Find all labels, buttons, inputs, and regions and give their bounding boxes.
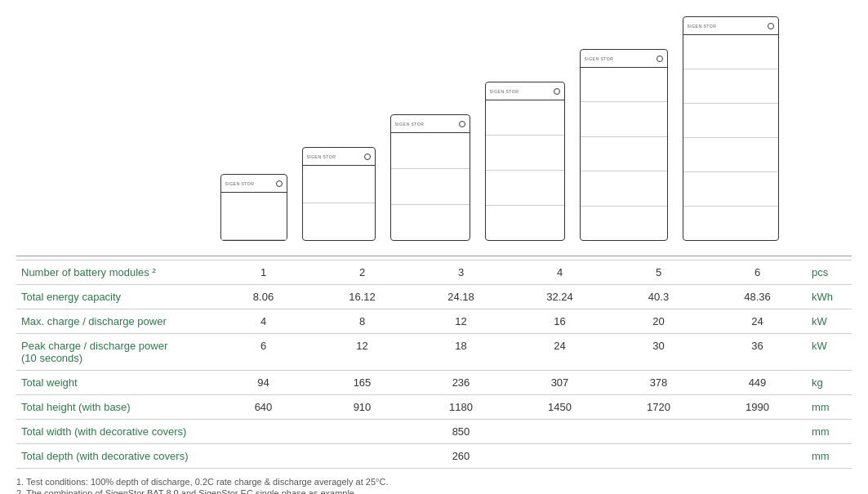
- cell-value: [313, 444, 412, 469]
- cell-value: 8.06: [214, 285, 313, 309]
- cell-value: 378: [609, 371, 708, 395]
- table-row: Max. charge / discharge power4812162024k…: [16, 309, 852, 334]
- cell-value: 18: [412, 334, 510, 371]
- battery-5: SIGEN·STOR: [580, 49, 668, 241]
- table-row: Peak charge / discharge power(10 seconds…: [16, 334, 852, 371]
- cell-value: 4: [214, 309, 313, 334]
- cell-value: 850: [412, 420, 510, 444]
- battery-indicator: [459, 121, 465, 127]
- cell-value: 236: [412, 371, 510, 395]
- cell-value: 910: [313, 395, 412, 420]
- battery-indicator: [554, 88, 560, 95]
- battery-4: SIGEN·STOR: [485, 82, 565, 241]
- cell-value: 4: [510, 260, 609, 285]
- row-unit: kW: [807, 334, 852, 371]
- battery-logo: SIGEN·STOR: [307, 154, 336, 159]
- battery-indicator: [657, 56, 663, 62]
- footnotes: 1. Test conditions: 100% depth of discha…: [16, 477, 852, 494]
- table-row: Number of battery modules ²123456pcs: [16, 260, 852, 285]
- battery-6: SIGEN·STOR: [683, 16, 779, 241]
- battery-logo: SIGEN·STOR: [395, 122, 425, 127]
- cell-value: 12: [313, 334, 412, 371]
- battery-2: SIGEN·STOR: [302, 147, 376, 241]
- cell-value: 260: [412, 444, 510, 469]
- cell-value: 6: [708, 260, 807, 285]
- battery-1: SIGEN·STOR: [220, 174, 287, 241]
- section-divider: [16, 256, 852, 256]
- cell-value: 32.24: [510, 285, 609, 309]
- row-unit: kg: [807, 371, 852, 395]
- row-unit: kW: [807, 309, 852, 334]
- row-label: Total weight: [16, 371, 214, 395]
- cell-value: 2: [313, 260, 412, 285]
- cell-value: 48.36: [708, 285, 807, 309]
- battery-3: SIGEN·STOR: [390, 114, 470, 241]
- row-label: Total height (with base): [16, 395, 214, 420]
- table-row: Total energy capacity8.0616.1224.1832.24…: [16, 285, 852, 309]
- table-row: Total width (with decorative covers)850m…: [16, 420, 852, 444]
- cell-value: [708, 420, 807, 444]
- cell-value: [214, 420, 313, 444]
- row-unit: mm: [807, 395, 852, 420]
- cell-value: [609, 444, 708, 469]
- cell-value: 16.12: [313, 285, 412, 309]
- cell-value: 640: [214, 395, 313, 420]
- footnote-2: 2. The combination of SigenStor BAT 8.0 …: [16, 488, 852, 494]
- cell-value: 94: [214, 371, 313, 395]
- cell-value: 20: [609, 309, 708, 334]
- cell-value: 36: [708, 334, 807, 371]
- cell-value: 1720: [609, 395, 708, 420]
- cell-value: 30: [609, 334, 708, 371]
- specs-table: Number of battery modules ²123456pcsTota…: [16, 260, 852, 469]
- cell-value: 307: [510, 371, 609, 395]
- row-label: Max. charge / discharge power: [16, 309, 214, 334]
- footnote-1: 1. Test conditions: 100% depth of discha…: [16, 477, 852, 487]
- battery-indicator: [364, 154, 371, 160]
- cell-value: 165: [313, 371, 412, 395]
- row-label: Total depth (with decorative covers): [16, 444, 214, 469]
- battery-logo: SIGEN·STOR: [225, 181, 255, 186]
- battery-indicator: [768, 23, 774, 29]
- cell-value: 8: [313, 309, 412, 334]
- battery-indicator: [276, 180, 283, 187]
- cell-value: 3: [412, 260, 510, 285]
- cell-value: 40.3: [609, 285, 708, 309]
- row-label: Peak charge / discharge power(10 seconds…: [16, 334, 214, 371]
- row-unit: mm: [807, 444, 852, 469]
- cell-value: 24: [510, 334, 609, 371]
- row-unit: mm: [807, 420, 852, 444]
- cell-value: [708, 444, 807, 469]
- table-row: Total height (with base)6409101180145017…: [16, 395, 852, 420]
- cell-value: 6: [214, 334, 313, 371]
- cell-value: 1450: [510, 395, 609, 420]
- row-unit: pcs: [807, 260, 852, 285]
- row-unit: kWh: [807, 285, 852, 309]
- cell-value: 1990: [708, 395, 807, 420]
- cell-value: 12: [412, 309, 510, 334]
- cell-value: 24.18: [412, 285, 510, 309]
- cell-value: 1: [214, 260, 313, 285]
- cell-value: [510, 444, 609, 469]
- table-row: Total weight94165236307378449kg: [16, 371, 852, 395]
- row-label: Total energy capacity: [16, 285, 214, 309]
- row-label: Number of battery modules ²: [16, 260, 214, 285]
- cell-value: [214, 444, 313, 469]
- battery-logo: SIGEN·STOR: [585, 56, 614, 61]
- table-row: Total depth (with decorative covers)260m…: [16, 444, 852, 469]
- cell-value: 1180: [412, 395, 510, 420]
- cell-value: [609, 420, 708, 444]
- battery-logo: SIGEN·STOR: [490, 89, 519, 94]
- battery-logo: SIGEN·STOR: [688, 24, 717, 29]
- row-label: Total width (with decorative covers): [16, 420, 214, 444]
- cell-value: 5: [609, 260, 708, 285]
- cell-value: 16: [510, 309, 609, 334]
- cell-value: 24: [708, 309, 807, 334]
- battery-illustrations: SIGEN·STOR SIGEN·STOR SIGEN·STOR: [147, 8, 852, 256]
- cell-value: [313, 420, 412, 444]
- cell-value: [510, 420, 609, 444]
- cell-value: 449: [708, 371, 807, 395]
